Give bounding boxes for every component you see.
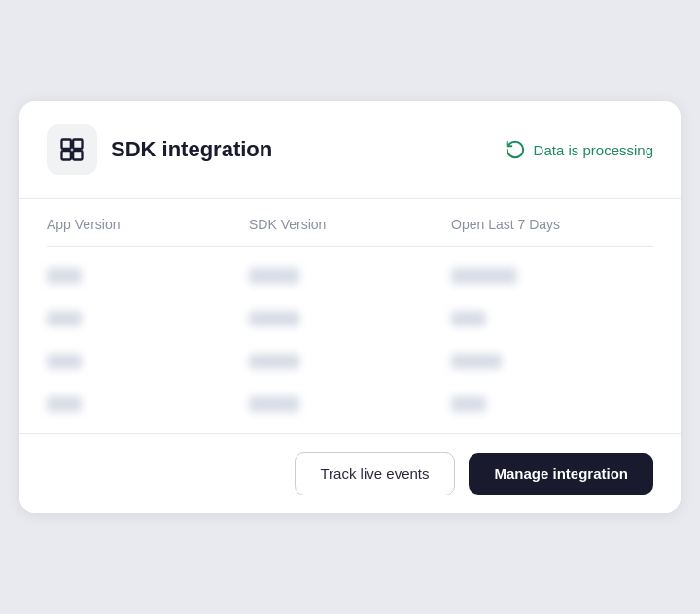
status-badge: Data is processing [505, 139, 653, 160]
sdk-icon [58, 136, 86, 163]
cell-blur [47, 268, 82, 284]
card-header: SDK integration Data is processing [19, 101, 681, 199]
svg-rect-1 [73, 140, 82, 149]
col-header-open-last-7-days: Open Last 7 Days [451, 217, 653, 232]
table-row [47, 383, 653, 426]
svg-rect-2 [62, 151, 71, 159]
cell-blur [451, 268, 517, 284]
sdk-icon-box [47, 124, 97, 175]
header-left: SDK integration [47, 124, 272, 175]
header-title: SDK integration [111, 137, 272, 162]
cell-blur [249, 311, 299, 326]
cell-blur [249, 268, 299, 284]
cell-blur [249, 396, 299, 412]
table-section: App Version SDK Version Open Last 7 Days [19, 199, 681, 433]
manage-integration-button[interactable]: Manage integration [469, 453, 653, 495]
table-body [47, 247, 653, 433]
table-row [47, 297, 653, 340]
sdk-integration-card: SDK integration Data is processing App V… [19, 101, 681, 513]
track-live-events-button[interactable]: Track live events [295, 452, 456, 495]
svg-rect-3 [73, 151, 82, 159]
card-footer: Track live events Manage integration [19, 433, 681, 513]
svg-rect-0 [62, 140, 71, 149]
cell-blur [47, 311, 82, 326]
col-header-app-version: App Version [47, 217, 249, 232]
cell-blur [249, 354, 299, 369]
col-header-sdk-version: SDK Version [249, 217, 451, 232]
table-header: App Version SDK Version Open Last 7 Days [47, 199, 653, 247]
cell-blur [47, 396, 82, 412]
cell-blur [451, 396, 486, 412]
table-row [47, 255, 653, 297]
cell-blur [451, 311, 486, 326]
refresh-icon [505, 139, 526, 160]
table-row [47, 340, 653, 383]
cell-blur [451, 354, 502, 369]
status-text: Data is processing [534, 142, 653, 158]
cell-blur [47, 354, 82, 369]
